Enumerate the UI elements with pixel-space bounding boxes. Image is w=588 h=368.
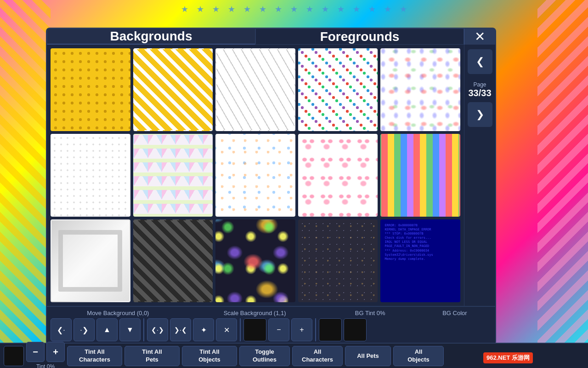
star-icon: ★ [290,4,298,14]
controls-labels-row: Move Background (0,0) Scale Background (… [51,310,492,316]
toggle-outlines-button[interactable]: Toggle Outlines [239,346,290,366]
move-down-icon: ▼ [126,326,134,334]
move-down-button[interactable]: ▼ [119,318,141,341]
scale-x-button[interactable]: ✕ [216,318,237,341]
star-icon: ★ [181,4,188,14]
tab-foregrounds[interactable]: Foregrounds [255,29,464,45]
diagonal-left-overlay [0,0,51,368]
star-icon: ★ [337,4,345,14]
divider [240,318,241,341]
grid-item[interactable] [133,134,213,217]
nav-sidebar: ❮ Page 33/33 ❯ [464,45,495,306]
move-left-icon: ❮· [57,326,65,334]
scale-move-button[interactable]: ✦ [193,318,214,341]
grid-item[interactable] [51,134,130,217]
minus-icon: − [277,326,281,334]
move-left-button[interactable]: ❮· [51,318,72,341]
minus-icon: − [33,347,38,357]
star-icon: ★ [197,4,204,14]
divider [143,318,144,341]
all-objects-button[interactable]: All Objects [393,346,444,366]
all-pets-button[interactable]: All Pets [345,346,391,366]
bottom-tint-plus-button[interactable]: + [46,342,65,362]
tint-minus-button[interactable]: − [268,318,289,341]
star-icon: ★ [243,4,251,14]
prev-page-button[interactable]: ❮ [468,49,492,74]
stars-top: ★ ★ ★ ★ ★ ★ ★ ★ ★ ★ ★ ★ ★ ★ ★ [0,0,588,18]
plus-icon: + [300,326,304,334]
bg-color-swatch-1[interactable] [319,318,342,341]
tab-backgrounds[interactable]: Backgrounds [47,29,255,45]
scale-shrink-icon: ❯·❮ [174,326,187,334]
star-icon: ★ [384,4,391,14]
tint-label: BG Tint 0% [324,310,416,316]
star-icon: ★ [322,4,329,14]
all-characters-button[interactable]: All Characters [292,346,343,366]
close-button[interactable]: ✕ [464,29,495,45]
content-area: ERROR: 0x0000007BKERNEL_DATA_INPAGE_ERRO… [47,45,495,306]
bottom-tint-swatch[interactable] [4,346,24,366]
star-icon: ★ [368,4,376,14]
grid-item[interactable] [298,219,378,302]
scale-label: Scale Background (1,1) [187,310,322,316]
grid-item[interactable] [51,219,130,302]
scale-expand-button[interactable]: ❮·❯ [147,318,168,341]
star-icon: ★ [212,4,220,14]
grid-item[interactable]: ERROR: 0x0000007BKERNEL_DATA_INPAGE_ERRO… [380,219,460,302]
scale-x-icon: ✕ [224,326,230,334]
scale-move-icon: ✦ [201,326,207,334]
tint-all-pets-button[interactable]: Tint All Pets [124,346,180,366]
star-icon: ★ [228,4,235,14]
page-info: Page 33/33 [468,81,491,98]
chevron-right-icon: ❯ [476,109,484,121]
star-icon: ★ [275,4,282,14]
star-icon: ★ [306,4,313,14]
grid-item[interactable] [380,134,460,217]
move-label: Move Background (0,0) [51,310,186,316]
star-icon: ★ [353,4,360,14]
tint-controls-group: − + Tint 0% [26,342,65,368]
tint-all-objects-button[interactable]: Tint All Objects [182,346,237,366]
tab-bar: Backgrounds Foregrounds ✕ [47,29,495,45]
grid-item[interactable] [298,134,378,217]
move-right-icon: ·❯ [80,326,88,334]
plus-icon: + [53,347,58,357]
grid-item[interactable] [215,219,295,302]
watermark: 962.NET 乐游网 [483,352,533,363]
grid-item[interactable] [133,219,213,302]
tint-controls-row: − + [26,342,65,362]
tint-plus-button[interactable]: + [291,318,312,341]
bg-color-label: BG Color [418,310,492,316]
move-right-button[interactable]: ·❯ [74,318,95,341]
controls-bar: Move Background (0,0) Scale Background (… [47,306,495,344]
scale-expand-icon: ❮·❯ [151,326,164,334]
tint-all-characters-button[interactable]: Tint All Characters [67,346,122,366]
controls-buttons-row: ❮· ·❯ ▲ ▼ ❮·❯ ❯·❮ ✦ ✕ [51,318,492,341]
move-up-button[interactable]: ▲ [96,318,118,341]
grid-item[interactable] [51,48,130,131]
grid-item[interactable] [215,48,295,131]
grid-item[interactable] [215,134,295,217]
diagonal-right-overlay [537,0,588,368]
divider [315,318,316,341]
star-icon: ★ [400,4,407,14]
main-panel: Backgrounds Foregrounds ✕ [46,28,496,345]
bottom-tint-label: Tint 0% [36,363,55,368]
grid-item[interactable] [380,48,460,131]
next-page-button[interactable]: ❯ [468,102,492,127]
grid-item[interactable] [133,48,213,131]
chevron-left-icon: ❮ [476,56,484,68]
background-grid: ERROR: 0x0000007BKERNEL_DATA_INPAGE_ERRO… [47,45,464,306]
tint-swatch-1[interactable] [243,318,266,341]
star-icon: ★ [259,4,266,14]
grid-item[interactable] [298,48,378,131]
scale-shrink-button[interactable]: ❯·❮ [170,318,191,341]
bg-color-swatch-2[interactable] [344,318,367,341]
bottom-tint-minus-button[interactable]: − [26,342,45,362]
move-up-icon: ▲ [103,326,111,334]
